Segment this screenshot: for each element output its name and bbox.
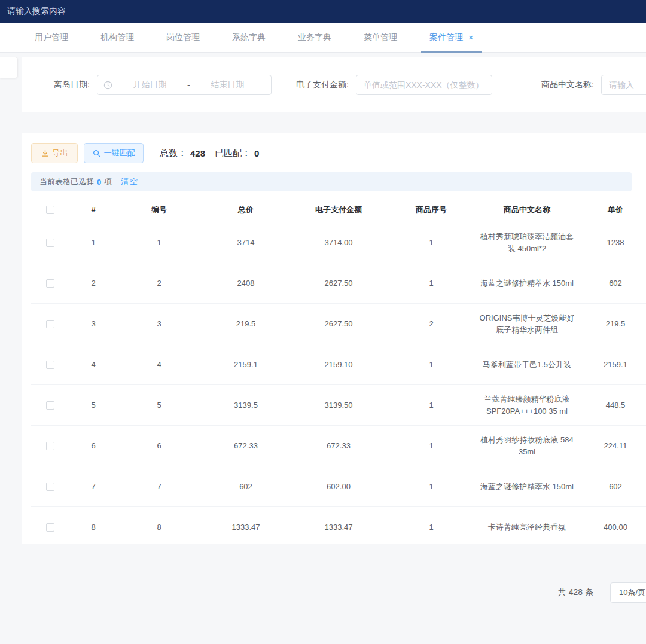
cell-unit-price: 219.5 (578, 311, 646, 337)
row-checkbox[interactable] (46, 361, 54, 369)
tab-item[interactable]: 业务字典 (286, 23, 343, 52)
cell-index: 5 (69, 392, 117, 419)
cell-unit-price: 224.11 (578, 433, 646, 459)
match-stats: 总数： 428 已匹配： 0 (160, 148, 265, 159)
data-table: # 编号 总价 电子支付金额 商品序号 商品中文名称 单价 1 1 3714 3… (31, 197, 646, 543)
select-all-checkbox[interactable] (46, 206, 54, 214)
tab-label: 岗位管理 (166, 32, 200, 43)
clear-selection-button[interactable]: 清空 (121, 176, 139, 187)
cell-total-price: 3139.5 (201, 392, 291, 419)
tab-item[interactable]: 岗位管理 (154, 23, 212, 52)
collapsed-panel-toggle[interactable] (0, 57, 18, 78)
selection-info-bar: 当前表格已选择 0 项 清空 (31, 172, 632, 191)
filter-panel: 离岛日期: 开始日期 - 结束日期 电子支付金额: 商品中文名称: (22, 57, 646, 112)
column-header-product-name[interactable]: 商品中文名称 (476, 204, 578, 216)
tab-item[interactable]: 菜单管理 (352, 23, 409, 52)
table-row[interactable]: 1 1 3714 3714.00 1 植村秀新琥珀臻萃洁颜油套装 450ml*2… (31, 222, 646, 263)
cell-code: 3 (117, 311, 201, 337)
cell-epay-amount: 1333.47 (291, 514, 386, 541)
table-row[interactable]: 5 5 3139.5 3139.50 1 兰蔻菁纯臻颜精华粉底液SPF20PA+… (31, 385, 646, 426)
cell-product-seq: 1 (386, 230, 476, 256)
matched-count-value: 0 (254, 148, 259, 158)
cell-epay-amount: 672.33 (291, 433, 386, 459)
table-row[interactable]: 7 7 602 602.00 1 海蓝之谜修护精萃水 150ml 602 (31, 466, 646, 507)
table-body: 1 1 3714 3714.00 1 植村秀新琥珀臻萃洁颜油套装 450ml*2… (31, 222, 646, 543)
row-checkbox[interactable] (46, 239, 54, 247)
column-header-unit-price[interactable]: 单价 (578, 204, 646, 216)
cell-product-seq: 1 (386, 433, 476, 459)
epay-filter-group: 电子支付金额: (296, 75, 492, 95)
tab-label: 业务字典 (298, 32, 331, 43)
tab-label: 菜单管理 (364, 32, 397, 43)
cell-unit-price: 602 (578, 474, 646, 500)
cell-index: 6 (69, 433, 117, 459)
tab-bar: 用户管理 机构管理 岗位管理 系统字典 业务字典 (0, 23, 646, 53)
table-row[interactable]: 3 3 219.5 2627.50 2 ORIGINS韦博士灵芝焕能好底子精华水… (31, 304, 646, 344)
cell-code: 6 (117, 433, 201, 459)
row-checkbox[interactable] (46, 523, 54, 532)
tab-item[interactable]: 系统字典 (220, 23, 278, 52)
cell-unit-price: 448.5 (578, 392, 646, 419)
page-size-select[interactable]: 10条/页 (610, 582, 646, 603)
cell-product-name: 马爹利蓝带干邑1.5公升装 (476, 352, 578, 378)
tab-close-icon[interactable]: × (468, 33, 473, 42)
row-checkbox[interactable] (46, 279, 54, 288)
column-header-total-price[interactable]: 总价 (201, 204, 291, 216)
cell-index: 7 (69, 474, 117, 500)
selection-prefix: 当前表格已选择 (39, 176, 94, 187)
epay-amount-input[interactable] (356, 75, 492, 95)
page-size-value: 10条/页 (619, 587, 645, 598)
tab-label: 机构管理 (100, 32, 134, 43)
selection-count: 0 (97, 178, 101, 187)
one-click-match-button[interactable]: 一键匹配 (84, 143, 144, 163)
cell-product-name: 植村秀新琥珀臻萃洁颜油套装 450ml*2 (476, 224, 578, 262)
cell-epay-amount: 3714.00 (291, 230, 386, 256)
row-checkbox[interactable] (46, 483, 54, 491)
tab-item[interactable]: 用户管理 (23, 23, 80, 52)
cell-total-price: 219.5 (201, 311, 291, 337)
date-filter-group: 离岛日期: 开始日期 - 结束日期 (54, 75, 272, 95)
clock-icon (103, 81, 112, 90)
cell-total-price: 1333.47 (201, 514, 291, 541)
product-name-input[interactable] (601, 75, 646, 95)
cell-unit-price: 1238 (578, 230, 646, 256)
row-checkbox[interactable] (46, 320, 54, 328)
top-bar: 请输入搜索内容 (0, 0, 646, 23)
tab-label: 系统字典 (232, 32, 266, 43)
cell-product-seq: 1 (386, 352, 476, 378)
column-header-epay-amount[interactable]: 电子支付金额 (291, 204, 386, 216)
cell-product-name: 卡诗菁纯亮泽经典香氛 (476, 514, 578, 541)
date-range-input[interactable]: 开始日期 - 结束日期 (97, 75, 272, 95)
export-button[interactable]: 导出 (31, 143, 78, 163)
start-date-input[interactable]: 开始日期 (112, 80, 187, 90)
end-date-input[interactable]: 结束日期 (190, 80, 265, 90)
column-header-code[interactable]: 编号 (117, 204, 201, 216)
total-count-label: 总数： (160, 148, 187, 159)
cell-index: 3 (69, 311, 117, 337)
table-row[interactable]: 4 4 2159.1 2159.10 1 马爹利蓝带干邑1.5公升装 2159.… (31, 344, 646, 385)
cell-product-seq: 1 (386, 270, 476, 297)
download-icon (41, 149, 49, 157)
tab-item[interactable]: 机构管理 (89, 23, 146, 52)
row-checkbox[interactable] (46, 442, 54, 450)
cell-unit-price: 602 (578, 270, 646, 297)
topbar-search-input[interactable]: 请输入搜索内容 (7, 6, 66, 17)
cell-product-name: ORIGINS韦博士灵芝焕能好底子精华水两件组 (476, 305, 578, 343)
row-checkbox[interactable] (46, 401, 54, 410)
table-row[interactable]: 2 2 2408 2627.50 1 海蓝之谜修护精萃水 150ml 602 (31, 263, 646, 304)
cell-index: 4 (69, 352, 117, 378)
cell-code: 8 (117, 514, 201, 541)
cell-product-seq: 1 (386, 474, 476, 500)
tab-item[interactable]: 案件管理 × (418, 23, 485, 52)
cell-epay-amount: 3139.50 (291, 392, 386, 419)
table-row[interactable]: 6 6 672.33 672.33 1 植村秀羽纱持妆粉底液 584 35ml … (31, 426, 646, 466)
cell-total-price: 672.33 (201, 433, 291, 459)
column-header-index[interactable]: # (69, 204, 117, 216)
cell-epay-amount: 2627.50 (291, 270, 386, 297)
cell-unit-price: 400.00 (578, 514, 646, 541)
matched-count-label: 已匹配： (215, 148, 251, 159)
cell-unit-price: 2159.1 (578, 352, 646, 378)
app-window: 请输入搜索内容 用户管理 机构管理 岗位管理 系统字典 (0, 0, 646, 644)
table-row[interactable]: 8 8 1333.47 1333.47 1 卡诗菁纯亮泽经典香氛 400.00 (31, 507, 646, 543)
column-header-product-seq[interactable]: 商品序号 (386, 204, 476, 216)
